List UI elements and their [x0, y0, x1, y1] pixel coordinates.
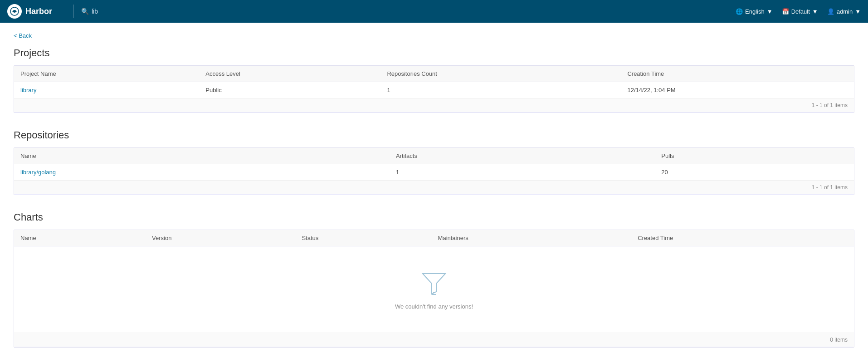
charts-pagination-row: 0 items: [14, 333, 854, 347]
chevron-down-icon: ▼: [855, 8, 861, 15]
projects-pagination: 1 - 1 of 1 items: [14, 98, 854, 113]
app-logo: Harbor: [7, 4, 66, 19]
search-icon: 🔍: [81, 8, 89, 15]
project-name-link[interactable]: library: [20, 87, 36, 93]
table-row: library/golang 1 20: [14, 164, 854, 181]
charts-empty-state: We couldn't find any versions!: [20, 251, 848, 328]
back-link[interactable]: < Back: [14, 32, 32, 39]
user-menu[interactable]: 👤 admin ▼: [827, 8, 861, 15]
repositories-table-header: Name Artifacts Pulls: [14, 148, 854, 164]
repositories-table: Name Artifacts Pulls library/golang 1 20…: [14, 148, 854, 195]
table-row: library Public 1 12/14/22, 1:04 PM: [14, 82, 854, 98]
repositories-title: Repositories: [14, 129, 854, 141]
projects-col-repos: Repositories Count: [380, 66, 621, 82]
repo-name-link[interactable]: library/golang: [20, 169, 56, 176]
charts-table-header: Name Version Status Maintainers Created …: [14, 230, 854, 246]
projects-col-creation: Creation Time: [621, 66, 854, 82]
header-right-section: 🌐 English ▼ 📅 Default ▼ 👤 admin ▼: [736, 8, 861, 15]
projects-col-access: Access Level: [199, 66, 380, 82]
projects-table: Project Name Access Level Repositories C…: [14, 66, 854, 113]
charts-table: Name Version Status Maintainers Created …: [14, 230, 854, 347]
language-label: English: [745, 8, 765, 15]
repos-col-artifacts: Artifacts: [390, 148, 655, 164]
repositories-pagination: 1 - 1 of 1 items: [14, 181, 854, 195]
app-name: Harbor: [25, 7, 52, 16]
app-header: Harbor 🔍 lib 🌐 English ▼ 📅 Default ▼ 👤 a…: [0, 0, 868, 23]
logo-icon: [7, 4, 22, 19]
project-access-level: Public: [199, 82, 380, 98]
calendar-icon: 📅: [782, 8, 789, 15]
charts-col-version: Version: [146, 230, 295, 246]
repos-col-name: Name: [14, 148, 390, 164]
user-icon: 👤: [827, 8, 834, 15]
charts-pagination: 0 items: [14, 333, 854, 347]
charts-title: Charts: [14, 211, 854, 223]
chevron-down-icon: ▼: [767, 8, 773, 15]
empty-filter-icon: [29, 269, 839, 298]
charts-col-status: Status: [295, 230, 431, 246]
projects-table-wrapper: Project Name Access Level Repositories C…: [14, 65, 854, 113]
search-text: lib: [92, 8, 98, 15]
charts-col-created: Created Time: [631, 230, 854, 246]
charts-col-maintainers: Maintainers: [432, 230, 632, 246]
repos-col-pulls: Pulls: [655, 148, 854, 164]
theme-selector[interactable]: 📅 Default ▼: [782, 8, 818, 15]
chevron-down-icon: ▼: [812, 8, 818, 15]
charts-empty-row: We couldn't find any versions!: [14, 246, 854, 333]
main-content: < Back Projects Project Name Access Leve…: [0, 23, 868, 363]
charts-col-name: Name: [14, 230, 146, 246]
theme-label: Default: [791, 8, 810, 15]
repositories-pagination-row: 1 - 1 of 1 items: [14, 181, 854, 195]
projects-title: Projects: [14, 47, 854, 59]
globe-icon: 🌐: [736, 8, 743, 15]
svg-marker-1: [423, 274, 445, 294]
charts-table-wrapper: Name Version Status Maintainers Created …: [14, 230, 854, 348]
projects-col-name: Project Name: [14, 66, 199, 82]
repo-pulls: 20: [655, 164, 854, 181]
charts-empty-message: We couldn't find any versions!: [29, 303, 839, 310]
repositories-table-wrapper: Name Artifacts Pulls library/golang 1 20…: [14, 147, 854, 195]
project-repos-count: 1: [380, 82, 621, 98]
repo-artifacts: 1: [390, 164, 655, 181]
search-bar[interactable]: 🔍 lib: [81, 8, 98, 15]
projects-table-header: Project Name Access Level Repositories C…: [14, 66, 854, 82]
projects-pagination-row: 1 - 1 of 1 items: [14, 98, 854, 113]
project-creation-time: 12/14/22, 1:04 PM: [621, 82, 854, 98]
language-selector[interactable]: 🌐 English ▼: [736, 8, 773, 15]
user-label: admin: [837, 8, 853, 15]
header-divider: [73, 5, 74, 18]
